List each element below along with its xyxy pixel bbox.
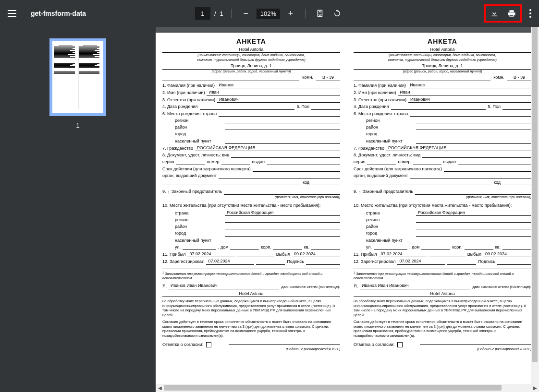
sign-sub: (Подпись с расшифровкой Ф.И.О.) [162, 347, 340, 352]
zoom-out-button[interactable]: − [239, 7, 253, 20]
page-area[interactable]: АНКЕТА Hotel Astoria (наименование гости… [156, 27, 539, 392]
field-7-value: РОССИЙСКАЯ ФЕДЕРАЦИЯ [195, 145, 340, 151]
page-total: 1 [220, 10, 223, 17]
field-1-value: Иванов [217, 83, 340, 88]
sub-raion: район [175, 125, 223, 130]
field-3-value: Иванович [217, 97, 340, 103]
more-menu-icon[interactable] [529, 9, 531, 18]
room-value: В - 39 [316, 75, 340, 81]
toolbar: get-fmsform-data / 1 − 102% + [0, 0, 539, 27]
toolbar-right [484, 4, 531, 23]
korp-label: корп. [261, 245, 271, 250]
organ-label: орган, выдавший документ [162, 173, 217, 178]
field-4-value [200, 105, 295, 110]
dom-label: , дом [218, 245, 228, 250]
field-11-label: 11. Прибыл [162, 252, 185, 257]
fit-page-button[interactable] [313, 7, 327, 20]
field-1-label: 1. Фамилия (при наличии) [162, 83, 215, 88]
field-4-label: 4. Дата рождения [162, 104, 198, 109]
field-7-label: 7. Гражданство [162, 146, 193, 151]
highlight-box [484, 4, 522, 23]
kv-label: кв. [304, 245, 309, 250]
sign-line [229, 344, 340, 345]
field-8-label: 8. Документ, удост. личность: вид [162, 153, 229, 158]
field-5-value [311, 105, 340, 110]
field-2-label: 2. Имя (при наличии) [162, 90, 205, 95]
country-value: Российская Федерация [225, 210, 340, 216]
menu-icon[interactable] [8, 8, 19, 19]
zoom-level[interactable]: 102% [257, 9, 280, 19]
nomer-label: номер [207, 159, 219, 165]
address: Троицк, Ленина, д. 1 [162, 63, 340, 69]
consent-hotel: Hotel Astoria [162, 291, 340, 297]
field-9-label: Законный представитель [172, 189, 222, 194]
page-thumbnail[interactable] [49, 38, 106, 116]
seria-label: серия [162, 159, 174, 165]
anketa-left: АНКЕТА Hotel Astoria (наименование гости… [156, 33, 347, 392]
consent-checkbox [206, 342, 211, 347]
sign-label: Подпись [287, 259, 304, 264]
hscroll-thumb[interactable] [164, 385, 502, 391]
pdf-page: АНКЕТА Hotel Astoria (наименование гости… [156, 33, 538, 392]
print-button[interactable] [505, 7, 518, 20]
ya-tail: даю согласие отелю (гостинице): [281, 285, 340, 289]
field-6-value [219, 111, 340, 117]
thumbnail-sidebar: 1 [0, 27, 156, 392]
field-9-sub: (фамилия, имя, отчество (при наличии)) [162, 195, 340, 200]
download-button[interactable] [488, 7, 501, 20]
hotel-sub2: кемпинга, туристической базы или другого… [162, 58, 340, 62]
sub-np: населенный пункт [175, 139, 223, 144]
kod-label: код [303, 180, 309, 185]
room-label: комн. [302, 75, 313, 81]
rotate-button[interactable] [331, 7, 344, 20]
scroll-left-arrow[interactable]: ◀ [156, 384, 164, 392]
consent-p1: на обработку моих персональных данных, с… [162, 299, 340, 318]
footnote-1: Заполняется при регистрации несовершенно… [162, 272, 322, 280]
document-title: get-fmsform-data [31, 10, 86, 17]
scroll-right-arrow[interactable]: ▶ [531, 384, 539, 392]
departure-date: 09.02.2024 [292, 251, 340, 257]
field-10-label: 10. Место жительства (при отсутствии мес… [162, 203, 320, 208]
field-3-label: 3. Отчество (при наличии) [162, 97, 215, 103]
field-6-label: 6. Место рождения: страна [162, 111, 217, 117]
sub-region: регион [175, 118, 223, 123]
form-title: АНКЕТА [162, 37, 340, 46]
vscroll-thumb[interactable] [532, 27, 538, 362]
address-sub: (адрес (регион, район, город, населенный… [162, 70, 340, 74]
ya-name: Иванов Иван Иванович [169, 283, 279, 289]
country-label: страна [175, 211, 223, 216]
srok-label: Срок действия (для заграничного паспорта… [162, 166, 251, 172]
sub-gorod: город [175, 131, 223, 137]
horizontal-scrollbar[interactable]: ◀ ▶ [156, 384, 539, 392]
anketa-right: АНКЕТА Hotel Astoria (наименование гости… [347, 33, 538, 392]
field-9-num: 9. [162, 189, 166, 194]
vybyl-label: Выбыл [276, 252, 290, 257]
hotel-sub: (наименование гостиницы, санатория, дома… [162, 53, 340, 58]
arrival-date: 07.02.2024 [187, 251, 235, 257]
thumbnail-number: 1 [76, 122, 79, 129]
field-9-sup: 1 [168, 191, 170, 195]
vertical-scrollbar[interactable] [531, 27, 539, 384]
consent-p2: Согласие действует в течение срока испол… [162, 320, 340, 338]
field-12-label: 12. Зарегистрировал [162, 259, 204, 264]
field-5-label: 5. Пол [296, 104, 309, 109]
mark-label: Отметка о согласии: [162, 342, 203, 347]
hotel-name: Hotel Astoria [162, 47, 340, 53]
zoom-in-button[interactable]: + [284, 7, 297, 20]
reg-date: 07.02.2024 [206, 259, 254, 264]
ya-label: Я, [162, 284, 167, 289]
page-separator: / [214, 10, 216, 17]
vydan-label: выдан [252, 159, 265, 165]
toolbar-center: / 1 − 102% + [195, 7, 344, 20]
field-2-value: Иван [207, 90, 340, 95]
page-number-input[interactable] [195, 7, 210, 20]
ul-label: ул. [175, 245, 181, 250]
